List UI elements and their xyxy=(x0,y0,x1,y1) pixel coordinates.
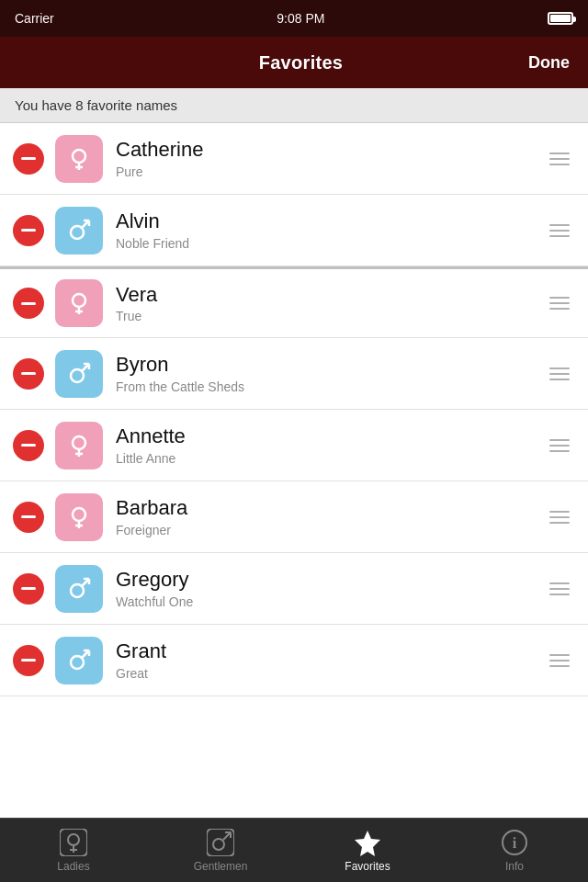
list-item: Annette Little Anne xyxy=(0,410,588,481)
drag-handle[interactable] xyxy=(544,147,575,171)
delete-button[interactable] xyxy=(13,645,44,676)
gender-icon xyxy=(55,637,103,684)
svg-point-14 xyxy=(73,436,85,449)
ladies-icon xyxy=(57,829,90,856)
svg-marker-37 xyxy=(355,831,380,856)
name-info: Grant Great xyxy=(116,639,544,680)
carrier-label: Carrier xyxy=(15,11,54,26)
tab-info-label: Info xyxy=(505,860,524,873)
name-text: Alvin xyxy=(116,209,544,233)
gender-icon xyxy=(55,565,103,613)
list-item: Gregory Watchful One xyxy=(0,553,588,625)
gender-icon xyxy=(55,135,103,183)
gender-icon xyxy=(55,207,103,254)
drag-handle[interactable] xyxy=(544,219,575,243)
name-text: Gregory xyxy=(116,568,544,592)
name-text: Grant xyxy=(116,639,544,663)
delete-button[interactable] xyxy=(13,358,44,390)
list-item: Catherine Pure xyxy=(0,123,588,195)
list-item: Vera True xyxy=(0,266,588,338)
favorites-count: You have 8 favorite names xyxy=(15,97,177,113)
meaning-text: Foreigner xyxy=(116,523,544,537)
svg-point-17 xyxy=(73,508,85,521)
tab-favorites[interactable]: Favorites xyxy=(294,819,441,882)
name-text: Vera xyxy=(116,283,544,307)
favorites-list: Catherine Pure Alvin Noble Friend xyxy=(0,123,588,818)
status-bar: Carrier 9:08 PM xyxy=(0,0,588,37)
meaning-text: Pure xyxy=(116,164,544,179)
svg-point-29 xyxy=(68,834,79,845)
gender-icon xyxy=(55,422,103,469)
drag-handle[interactable] xyxy=(544,505,575,529)
tab-bar: Ladies Gentlemen Favorites i xyxy=(0,818,588,882)
drag-handle[interactable] xyxy=(544,649,575,673)
nav-bar: Favorites Done xyxy=(0,37,588,88)
delete-button[interactable] xyxy=(13,215,44,246)
name-text: Catherine xyxy=(116,138,544,162)
name-text: Annette xyxy=(116,424,544,448)
svg-point-33 xyxy=(213,839,224,850)
list-item: Barbara Foreigner xyxy=(0,481,588,553)
drag-handle[interactable] xyxy=(544,291,575,315)
name-text: Byron xyxy=(116,353,544,377)
svg-point-7 xyxy=(73,294,85,307)
svg-point-3 xyxy=(71,226,84,239)
svg-point-20 xyxy=(71,584,84,597)
name-info: Annette Little Anne xyxy=(116,424,544,465)
tab-info[interactable]: i Info xyxy=(441,819,588,882)
meaning-text: Noble Friend xyxy=(116,236,544,251)
name-info: Gregory Watchful One xyxy=(116,568,544,608)
meaning-text: Watchful One xyxy=(116,594,544,609)
tab-gentlemen-label: Gentlemen xyxy=(194,860,248,873)
meaning-text: True xyxy=(116,309,544,323)
name-info: Alvin Noble Friend xyxy=(116,209,544,250)
svg-text:i: i xyxy=(513,835,517,851)
gender-icon xyxy=(55,493,103,541)
name-info: Catherine Pure xyxy=(116,138,544,178)
done-button[interactable]: Done xyxy=(528,53,570,73)
svg-point-24 xyxy=(71,656,84,669)
list-item: Alvin Noble Friend xyxy=(0,195,588,266)
gender-icon xyxy=(55,350,103,398)
gentlemen-icon xyxy=(204,829,237,856)
svg-point-10 xyxy=(71,369,84,382)
list-item: Byron From the Cattle Sheds xyxy=(0,338,588,410)
delete-button[interactable] xyxy=(13,573,44,605)
nav-title: Favorites xyxy=(259,52,344,74)
favorites-icon xyxy=(351,829,384,856)
tab-favorites-label: Favorites xyxy=(345,860,390,873)
delete-button[interactable] xyxy=(13,430,44,461)
drag-handle[interactable] xyxy=(544,362,575,386)
meaning-text: Little Anne xyxy=(116,451,544,466)
name-info: Byron From the Cattle Sheds xyxy=(116,353,544,393)
meaning-text: Great xyxy=(116,666,544,681)
svg-line-34 xyxy=(223,832,231,840)
meaning-text: From the Cattle Sheds xyxy=(116,379,544,394)
tab-gentlemen[interactable]: Gentlemen xyxy=(147,819,294,882)
name-info: Barbara Foreigner xyxy=(116,496,544,537)
svg-point-0 xyxy=(73,150,85,163)
delete-button[interactable] xyxy=(13,502,44,533)
tab-ladies-label: Ladies xyxy=(57,860,89,873)
list-item: Grant Great xyxy=(0,625,588,696)
delete-button[interactable] xyxy=(13,288,44,319)
delete-button[interactable] xyxy=(13,143,44,175)
drag-handle[interactable] xyxy=(544,434,575,458)
name-info: Vera True xyxy=(116,283,544,323)
info-bar: You have 8 favorite names xyxy=(0,88,588,123)
drag-handle[interactable] xyxy=(544,577,575,601)
info-icon: i xyxy=(498,829,531,856)
tab-ladies[interactable]: Ladies xyxy=(0,819,147,882)
gender-icon xyxy=(55,279,103,327)
battery-indicator xyxy=(548,12,573,25)
name-text: Barbara xyxy=(116,496,544,520)
time-label: 9:08 PM xyxy=(277,11,324,26)
